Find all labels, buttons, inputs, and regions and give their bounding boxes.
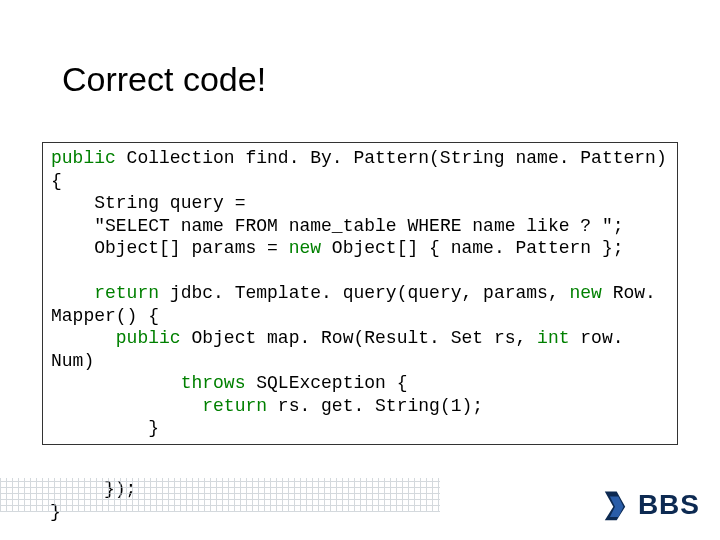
code-text: }: [51, 418, 159, 438]
code-box: public Collection find. By. Pattern(Stri…: [42, 142, 678, 445]
slide-title: Correct code!: [62, 60, 266, 99]
code-text: Collection find. By. Pattern(String name…: [51, 148, 678, 191]
code-text: [51, 328, 116, 348]
code-text: rs. get. String(1);: [267, 396, 483, 416]
kw-return: return: [94, 283, 159, 303]
bbs-logo: BBS: [598, 488, 700, 522]
code-text: [51, 396, 202, 416]
kw-throws: throws: [181, 373, 246, 393]
code-text: [51, 373, 181, 393]
kw-int: int: [537, 328, 569, 348]
logo-text: BBS: [638, 489, 700, 521]
code-text: Object map. Row(Result. Set rs,: [181, 328, 537, 348]
kw-new: new: [570, 283, 602, 303]
logo-mark-icon: [598, 488, 632, 522]
code-text: Object[] params =: [51, 238, 289, 258]
code-text: SQLException {: [245, 373, 407, 393]
code-text: String query =: [51, 193, 245, 213]
kw-new: new: [289, 238, 321, 258]
kw-return: return: [202, 396, 267, 416]
code-text: Object[] { name. Pattern };: [321, 238, 623, 258]
code-text: jdbc. Template. query(query, params,: [159, 283, 569, 303]
footer-pattern: [0, 478, 440, 512]
kw-public: public: [116, 328, 181, 348]
code-text: [51, 283, 94, 303]
kw-public: public: [51, 148, 116, 168]
slide: Correct code! public Collection find. By…: [0, 0, 720, 540]
code-text: "SELECT name FROM name_table WHERE name …: [51, 216, 624, 236]
